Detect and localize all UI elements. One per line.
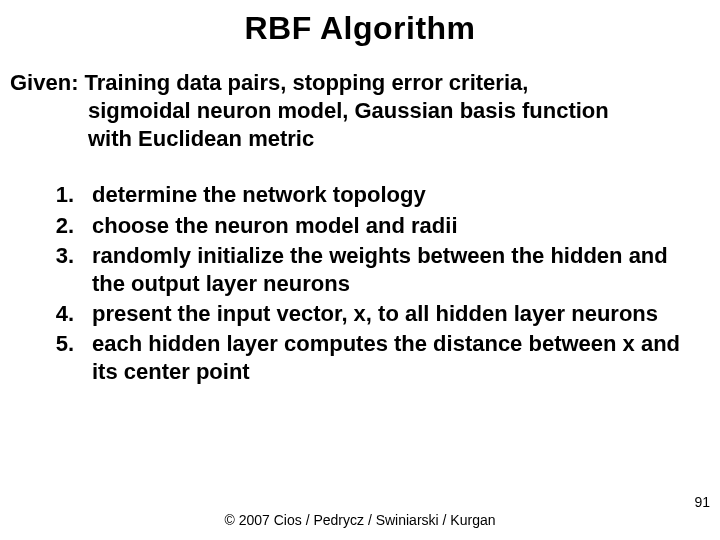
steps-list: 1. determine the network topology 2. cho… <box>0 181 720 386</box>
list-item: 1. determine the network topology <box>28 181 700 209</box>
step-number: 5. <box>28 330 92 386</box>
step-number: 3. <box>28 242 92 298</box>
step-text: determine the network topology <box>92 181 700 209</box>
list-item: 2. choose the neuron model and radii <box>28 212 700 240</box>
step-number: 4. <box>28 300 92 328</box>
given-block: Given: Training data pairs, stopping err… <box>0 69 720 153</box>
slide-title: RBF Algorithm <box>0 0 720 47</box>
step-number: 2. <box>28 212 92 240</box>
step-text: choose the neuron model and radii <box>92 212 700 240</box>
given-line-1: Training data pairs, stopping error crit… <box>85 70 529 95</box>
given-line-3: with Euclidean metric <box>10 125 710 153</box>
list-item: 5. each hidden layer computes the distan… <box>28 330 700 386</box>
slide: RBF Algorithm Given: Training data pairs… <box>0 0 720 540</box>
step-number: 1. <box>28 181 92 209</box>
page-number: 91 <box>694 494 710 510</box>
step-text: each hidden layer computes the distance … <box>92 330 700 386</box>
step-text: present the input vector, x, to all hidd… <box>92 300 700 328</box>
list-item: 3. randomly initialize the weights betwe… <box>28 242 700 298</box>
given-line-2: sigmoidal neuron model, Gaussian basis f… <box>10 97 710 125</box>
given-label: Given: <box>10 70 85 95</box>
list-item: 4. present the input vector, x, to all h… <box>28 300 700 328</box>
footer-copyright: © 2007 Cios / Pedrycz / Swiniarski / Kur… <box>0 512 720 528</box>
step-text: randomly initialize the weights between … <box>92 242 700 298</box>
